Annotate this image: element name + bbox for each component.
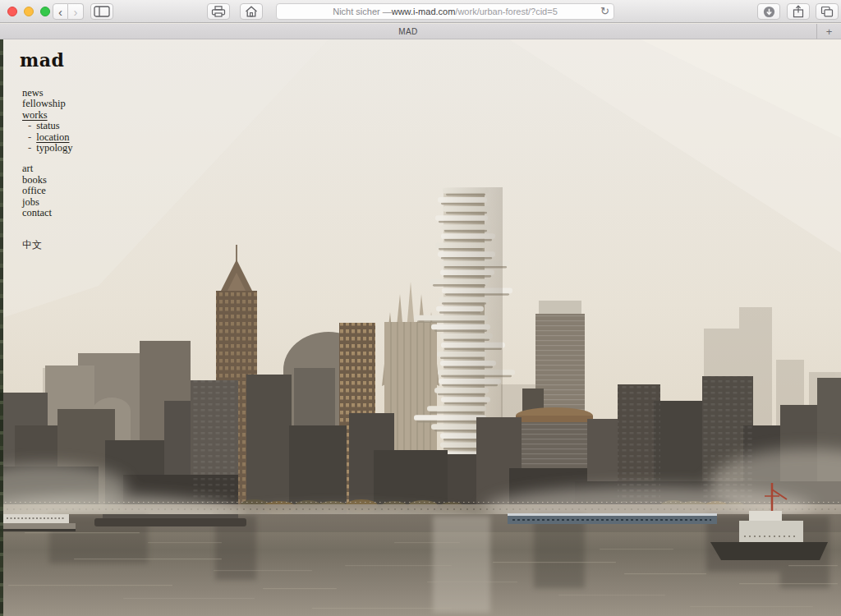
nav-status-label: status (36, 120, 59, 131)
nav-location-label: location (36, 131, 69, 143)
tab-mad[interactable]: MAD (0, 24, 816, 39)
site-menu: news fellowship works -status -location … (22, 88, 73, 218)
url-domain: www.i-mad.com (392, 7, 456, 16)
share-icon (792, 5, 805, 18)
urban-forest-rendering (0, 39, 841, 616)
minimize-button[interactable] (24, 7, 34, 16)
nav-works[interactable]: works (22, 110, 73, 121)
nav-office[interactable]: office (22, 186, 73, 196)
downloads-button[interactable] (757, 3, 780, 20)
nav-status[interactable]: -status (22, 121, 73, 131)
nav-typology-label: typology (36, 142, 72, 154)
tab-title: MAD (398, 27, 417, 36)
page-content: mad news fellowship works -status -locat… (0, 39, 841, 616)
back-button[interactable]: ‹ (53, 3, 68, 20)
tab-overview-button[interactable] (816, 3, 839, 20)
new-tab-button[interactable]: + (816, 24, 841, 39)
url-path: /work/urban-forest/?cid=5 (455, 7, 557, 16)
nav-jobs[interactable]: jobs (22, 197, 73, 208)
nav-location[interactable]: -location (22, 132, 73, 143)
sidebar-toggle-button[interactable] (90, 3, 113, 20)
reload-button[interactable]: ↻ (600, 5, 609, 17)
dash-bullet: - (28, 142, 31, 154)
forward-icon: › (74, 6, 78, 18)
mad-logo[interactable]: mad (20, 49, 159, 71)
share-button[interactable] (787, 3, 810, 20)
nav-art[interactable]: art (22, 163, 73, 174)
tab-overview-icon (820, 6, 834, 17)
zoom-button[interactable] (40, 7, 50, 16)
home-icon (245, 6, 258, 17)
safari-window: ‹ › Nicht sicher — www. (0, 0, 841, 616)
security-label: Nicht sicher — (333, 7, 392, 16)
dash-bullet: - (28, 131, 31, 143)
browser-toolbar: ‹ › Nicht sicher — www. (0, 0, 841, 23)
tab-bar: MAD + (0, 24, 841, 39)
history-nav: ‹ › (53, 3, 84, 20)
nav-contact[interactable]: contact (22, 208, 73, 218)
print-icon (211, 6, 226, 17)
plus-icon: + (826, 25, 833, 38)
back-icon: ‹ (58, 6, 62, 18)
nav-typology[interactable]: -typology (22, 143, 73, 154)
image-edge-strip (0, 39, 3, 616)
address-bar[interactable]: Nicht sicher — www.i-mad.com /work/urban… (276, 3, 614, 20)
site-header: mad news fellowship works -status -locat… (20, 49, 159, 71)
home-button[interactable] (240, 3, 263, 20)
print-button[interactable] (207, 3, 230, 20)
nav-books[interactable]: books (22, 175, 73, 186)
sidebar-icon (94, 6, 110, 17)
close-button[interactable] (7, 7, 17, 16)
forward-button[interactable]: › (68, 3, 84, 20)
nav-news[interactable]: news (22, 88, 73, 99)
nav-language-chinese[interactable]: 中文 (22, 238, 42, 252)
nav-fellowship[interactable]: fellowship (22, 99, 73, 109)
downloads-icon (763, 6, 775, 18)
dash-bullet: - (28, 120, 31, 131)
